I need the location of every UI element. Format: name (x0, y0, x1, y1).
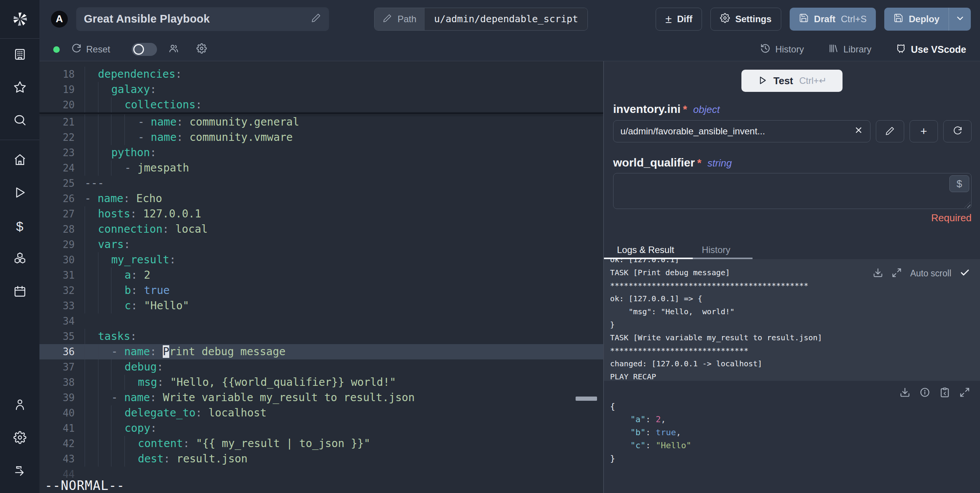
tab-logs-result[interactable]: Logs & Result (617, 245, 674, 255)
result-tabs: Logs & Result History (604, 241, 980, 259)
sidebar-item-schedules[interactable] (0, 276, 39, 309)
autoscroll-checkbox[interactable] (960, 268, 970, 279)
editor-settings-button[interactable] (196, 43, 207, 56)
code-line-30[interactable]: 30 my_result: (39, 252, 603, 268)
code-text: b: true (85, 283, 603, 298)
code-line-24[interactable]: 24 - jmespath (39, 160, 603, 176)
code-line-35[interactable]: 35 tasks: (39, 329, 603, 344)
code-text (85, 467, 603, 482)
save-icon (799, 13, 809, 25)
copy-clipboard-icon[interactable] (939, 387, 950, 399)
deploy-dropdown-button[interactable] (949, 8, 971, 31)
expand-result-icon[interactable] (959, 387, 970, 399)
autoscroll-label: Auto scroll (910, 268, 951, 279)
code-line-20[interactable]: 20 collections: (39, 97, 603, 113)
code-text: - name: Print debug message (85, 344, 603, 359)
code-line-23[interactable]: 23 python: (39, 145, 603, 160)
world-qualifier-input[interactable]: $ (613, 173, 972, 209)
sidebar-item-search[interactable] (0, 104, 39, 137)
code-line-42[interactable]: 42 content: "{{ my_result | to_json }}" (39, 436, 603, 451)
code-line-25[interactable]: 25--- (39, 176, 603, 191)
code-line-34[interactable]: 34 (39, 313, 603, 329)
sidebar-item-favorites[interactable] (0, 72, 39, 104)
code-line-18[interactable]: 18 dependencies: (39, 67, 603, 82)
reset-button[interactable]: Reset (71, 43, 110, 56)
toggle-knob (133, 44, 144, 55)
resize-grip[interactable] (964, 202, 970, 208)
inventory-resource-input[interactable]: u/admin/favorable_ansible_invent... (613, 120, 870, 142)
code-line-32[interactable]: 32 b: true (39, 283, 603, 298)
deploy-button[interactable]: Deploy (884, 8, 949, 31)
line-number: 30 (39, 252, 75, 268)
sidebar-item-variables[interactable]: $ (0, 210, 39, 243)
info-icon[interactable] (919, 387, 930, 399)
diff-mode-toggle[interactable] (132, 43, 157, 56)
add-resource-button[interactable]: + (910, 120, 938, 142)
collaborators-button[interactable] (169, 43, 179, 56)
settings-button[interactable]: Settings (710, 8, 781, 31)
use-vscode-button[interactable]: Use VScode (896, 43, 966, 56)
sidebar-item-account[interactable] (0, 389, 39, 422)
code-line-39[interactable]: 39 - name: Write variable my_result to r… (39, 390, 603, 405)
sidebar-item-home[interactable] (0, 144, 39, 177)
sidebar-item-logout[interactable] (0, 455, 39, 488)
sidebar-item-resources[interactable] (0, 243, 39, 276)
line-number: 36 (39, 344, 75, 359)
code-text: hosts: 127.0.0.1 (85, 206, 603, 222)
settings-label: Settings (735, 14, 772, 24)
edit-title-pencil-icon[interactable] (311, 13, 321, 25)
code-line-43[interactable]: 43 dest: result.json (39, 451, 603, 467)
line-number: 37 (39, 359, 75, 375)
code-line-41[interactable]: 41 copy: (39, 421, 603, 436)
code-line-21[interactable]: 21 - name: community.general (39, 114, 603, 130)
code-line-31[interactable]: 31 a: 2 (39, 268, 603, 283)
download-result-icon[interactable] (900, 387, 910, 399)
code-text: - name: community.vmware (85, 130, 603, 145)
path-chip[interactable]: Path u/admin/dependable_script (374, 8, 588, 31)
clear-x-icon[interactable] (854, 126, 863, 137)
history-button[interactable]: History (760, 43, 804, 56)
editor-scroll-handle[interactable] (576, 397, 597, 401)
code-line-40[interactable]: 40 delegate_to: localhost (39, 405, 603, 421)
code-line-33[interactable]: 33 c: "Hello" (39, 298, 603, 313)
edit-resource-button[interactable] (876, 120, 904, 142)
search-icon (13, 114, 26, 128)
sidebar-item-settings[interactable] (0, 422, 39, 455)
diff-label: Diff (677, 14, 692, 24)
code-line-36[interactable]: 36 - name: Print debug message (39, 344, 603, 359)
code-line-27[interactable]: 27 hosts: 127.0.0.1 (39, 206, 603, 222)
tab-history[interactable]: History (702, 245, 730, 255)
code-editor[interactable]: 18 dependencies:19 galaxy:20 collections… (39, 61, 603, 493)
test-button[interactable]: Test Ctrl+↵ (741, 70, 843, 92)
line-number: 34 (39, 313, 75, 329)
field-type: object (693, 104, 720, 116)
play-icon (13, 186, 26, 201)
refresh-resource-button[interactable] (943, 120, 972, 142)
windmill-logo-icon[interactable] (0, 0, 39, 39)
insert-variable-button[interactable]: $ (949, 175, 969, 192)
script-title: Great Ansible Playbook (84, 13, 311, 25)
code-line-28[interactable]: 28 connection: local (39, 222, 603, 237)
code-line-38[interactable]: 38 msg: "Hello, {{world_qualifier}} worl… (39, 375, 603, 390)
code-line-37[interactable]: 37 debug: (39, 359, 603, 375)
code-text: a: 2 (85, 268, 603, 283)
line-number: 29 (39, 237, 75, 252)
test-label: Test (774, 75, 793, 87)
code-line-22[interactable]: 22 - name: community.vmware (39, 130, 603, 145)
download-log-icon[interactable] (873, 268, 883, 279)
code-text: dependencies: (85, 67, 603, 82)
library-button[interactable]: Library (828, 43, 871, 56)
draft-button[interactable]: Draft Ctrl+S (790, 8, 876, 31)
field-label-inventory: inventory.ini * object (613, 103, 972, 116)
expand-log-icon[interactable] (892, 268, 902, 279)
code-line-29[interactable]: 29 vars: (39, 237, 603, 252)
diff-button[interactable]: ± Diff (656, 8, 702, 31)
code-line-26[interactable]: 26- name: Echo (39, 191, 603, 206)
sidebar-item-runs[interactable] (0, 177, 39, 210)
code-text: debug: (85, 359, 603, 375)
script-title-input[interactable]: Great Ansible Playbook (76, 7, 329, 31)
code-lines: 18 dependencies:19 galaxy:20 collections… (39, 61, 603, 482)
result-json-line: { (610, 400, 980, 413)
code-line-19[interactable]: 19 galaxy: (39, 82, 603, 97)
sidebar-item-workspace[interactable] (0, 39, 39, 72)
